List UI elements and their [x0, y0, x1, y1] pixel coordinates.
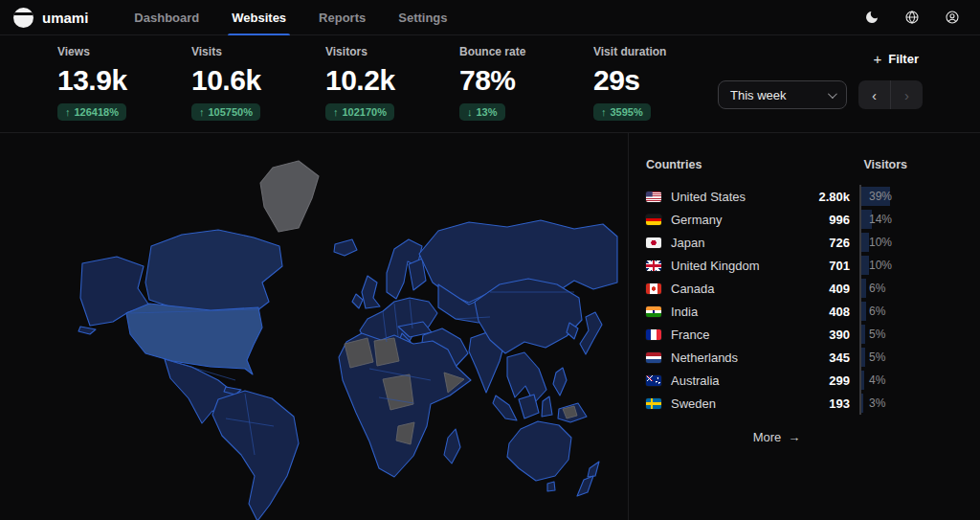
metric-change-badge: ↑3595% [593, 103, 651, 121]
map-region-sumatra[interactable] [493, 396, 517, 420]
percent-cell: 6% [859, 300, 907, 323]
metric-value: 13.9k [57, 64, 145, 96]
more-button[interactable]: More → [646, 430, 907, 444]
country-row-united-kingdom[interactable]: United Kingdom 701 10% [646, 254, 907, 277]
nav-item-settings[interactable]: Settings [385, 0, 460, 35]
map-region-nz-north[interactable] [588, 462, 599, 477]
country-row-france[interactable]: France 390 5% [646, 323, 907, 346]
map-region-iceland[interactable] [334, 239, 357, 256]
country-row-canada[interactable]: Canada 409 6% [646, 277, 907, 300]
header-actions [861, 7, 963, 28]
percent-cell: 14% [859, 208, 907, 231]
world-map-panel [57, 133, 628, 520]
date-range-value: This week [730, 88, 787, 102]
metric-value: 29s [593, 64, 681, 96]
metric-value: 78% [459, 64, 547, 96]
profile-user-icon[interactable] [942, 7, 963, 28]
filter-button[interactable]: + Filter [869, 49, 923, 69]
map-region-greenland[interactable] [260, 161, 319, 232]
top-navbar: umami Dashboard Websites Reports Setting… [0, 0, 980, 35]
country-row-netherlands[interactable]: Netherlands 345 5% [646, 346, 907, 369]
flag-icon-in [646, 306, 661, 317]
nav-item-dashboard[interactable]: Dashboard [121, 0, 212, 35]
map-region-japan[interactable] [580, 312, 602, 354]
chevron-down-icon [828, 89, 837, 99]
metric-label: Visit duration [593, 45, 681, 58]
metric-change-badge: ↑102170% [325, 103, 394, 121]
map-region-canada[interactable] [145, 230, 282, 317]
plus-icon: + [873, 51, 881, 67]
metric-visits: Visits 10.6k ↑105750% [191, 45, 279, 121]
next-period-button[interactable]: › [891, 80, 923, 109]
country-row-sweden[interactable]: Sweden 193 3% [646, 392, 907, 415]
metric-visitors: Visitors 10.2k ↑102170% [325, 45, 413, 121]
metrics-bar: Views 13.9k ↑126418% Visits 10.6k ↑10575… [57, 35, 923, 132]
percent-cell: 10% [859, 254, 907, 277]
map-region-australia[interactable] [507, 421, 571, 481]
world-map[interactable] [57, 139, 618, 520]
language-globe-icon[interactable] [902, 7, 923, 28]
flag-icon-de [646, 215, 661, 225]
map-region-south-america[interactable] [212, 391, 299, 520]
flag-icon-gb [646, 260, 661, 271]
flag-icon-ca [646, 283, 661, 294]
metric-label: Views [57, 45, 145, 58]
countries-header: Countries [646, 158, 702, 171]
nav-item-reports[interactable]: Reports [305, 0, 379, 35]
map-region-aleutians[interactable] [78, 327, 96, 334]
map-region-uk[interactable] [362, 276, 380, 308]
arrow-right-icon: → [788, 430, 800, 444]
metric-change-badge: ↑126418% [57, 103, 126, 121]
arrow-up-icon: ↑ [199, 106, 205, 118]
arrow-down-icon: ↓ [467, 106, 473, 118]
map-region-se-asia[interactable] [507, 352, 546, 403]
country-row-united-states[interactable]: United States 2.80k 39% [646, 185, 907, 208]
nav-item-websites[interactable]: Websites [218, 0, 300, 35]
map-region-madagascar[interactable] [444, 429, 460, 463]
flag-icon-fr [646, 329, 661, 340]
arrow-up-icon: ↑ [601, 106, 607, 118]
map-region-nz-south[interactable] [577, 476, 593, 496]
percent-cell: 3% [859, 392, 907, 415]
percent-cell: 39% [859, 185, 907, 208]
umami-logo-icon [13, 8, 33, 28]
map-region-ireland[interactable] [352, 294, 363, 308]
map-nodata-sahara-east[interactable] [374, 338, 399, 366]
metric-value: 10.2k [325, 64, 413, 96]
country-row-australia[interactable]: Australia 299 4% [646, 369, 907, 392]
map-region-philippines[interactable] [553, 368, 567, 396]
map-region-tasmania[interactable] [547, 482, 555, 491]
percent-cell: 6% [859, 277, 907, 300]
percent-cell: 5% [859, 346, 907, 369]
map-region-usa[interactable] [126, 304, 262, 374]
metric-label: Visitors [325, 45, 413, 58]
metric-visit-duration: Visit duration 29s ↑3595% [593, 45, 681, 121]
flag-icon-se [646, 398, 661, 409]
flag-icon-nl [646, 352, 661, 363]
metric-label: Visits [191, 45, 279, 58]
country-row-japan[interactable]: Japan 726 10% [646, 231, 907, 254]
metric-value: 10.6k [191, 64, 279, 96]
countries-panel: Countries Visitors United States 2.80k 3… [629, 133, 923, 520]
percent-cell: 4% [859, 369, 907, 392]
map-nodata-sahara-west[interactable] [345, 338, 373, 368]
flag-icon-au [646, 375, 661, 386]
flag-icon-jp [646, 237, 661, 248]
percent-cell: 5% [859, 323, 907, 346]
map-region-sulawesi[interactable] [542, 396, 552, 417]
metric-label: Bounce rate [459, 45, 547, 58]
country-row-germany[interactable]: Germany 996 14% [646, 208, 907, 231]
metric-views: Views 13.9k ↑126418% [57, 45, 145, 121]
metric-change-badge: ↓13% [459, 103, 505, 121]
date-range-select[interactable]: This week [718, 80, 847, 109]
theme-toggle-moon-icon[interactable] [861, 7, 882, 28]
brand[interactable]: umami [13, 8, 88, 28]
arrow-up-icon: ↑ [333, 106, 339, 118]
visitors-header: Visitors [863, 158, 907, 171]
metric-bounce-rate: Bounce rate 78% ↓13% [459, 45, 547, 121]
brand-name: umami [42, 10, 88, 26]
prev-period-button[interactable]: ‹ [858, 80, 890, 109]
country-row-india[interactable]: India 408 6% [646, 300, 907, 323]
flag-icon-us [646, 192, 661, 202]
main-nav: Dashboard Websites Reports Settings [121, 0, 460, 35]
